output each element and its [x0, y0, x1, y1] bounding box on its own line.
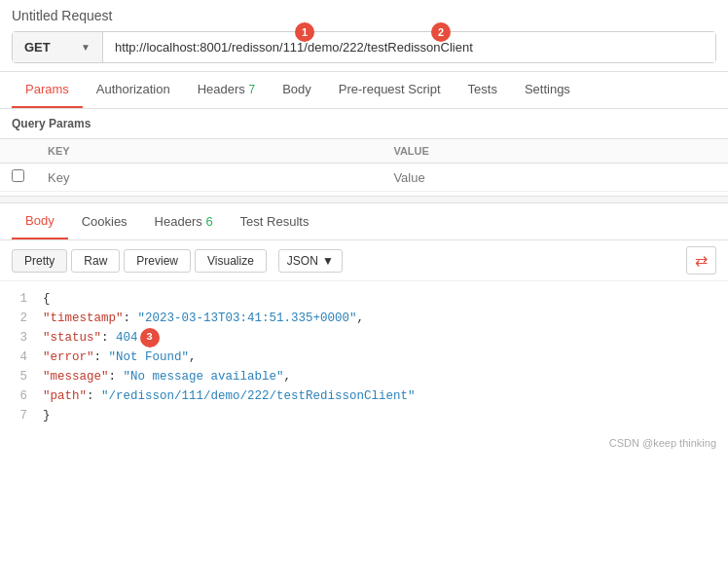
format-raw-btn[interactable]: Raw — [71, 249, 120, 273]
line-content-6: "path": "/redisson/111/demo/222/testRedi… — [43, 386, 716, 406]
format-visualize-btn[interactable]: Visualize — [195, 249, 267, 273]
val-5: "No message available" — [124, 370, 284, 384]
response-section: Body Cookies Headers 6 Test Results Pret… — [0, 203, 728, 453]
method-selector[interactable]: GET POST PUT DELETE ▼ — [13, 32, 103, 62]
value-cell[interactable] — [382, 164, 728, 192]
row-checkbox[interactable] — [12, 169, 24, 182]
line-num-1: 1 — [12, 289, 27, 309]
line-content-2: "timestamp": "2023-03-13T03:41:51.335+00… — [43, 309, 716, 328]
badge-1: 1 — [295, 22, 314, 42]
format-tabs: Pretty Raw Preview Visualize JSON ▼ ⇄ — [0, 240, 728, 281]
code-line-4: 4 "error": "Not Found", — [12, 348, 716, 367]
request-tabs: Params Authorization Headers 7 Body Pre-… — [0, 72, 728, 109]
key-3: "status" — [43, 331, 101, 345]
params-table: KEY VALUE — [0, 139, 728, 192]
chevron-down-icon: ▼ — [81, 42, 91, 53]
response-tab-test-results[interactable]: Test Results — [227, 204, 323, 238]
response-tab-headers[interactable]: Headers 6 — [141, 204, 227, 238]
line-content-4: "error": "Not Found", — [43, 348, 716, 367]
line-num-5: 5 — [12, 367, 27, 386]
code-block: 1 { 2 "timestamp": "2023-03-13T03:41:51.… — [0, 281, 728, 433]
page-title: Untitled Request — [12, 8, 716, 23]
format-select-wrap[interactable]: JSON ▼ — [278, 249, 343, 273]
key-cell[interactable] — [36, 164, 382, 192]
line-num-2: 2 — [12, 309, 27, 328]
tab-prerequest[interactable]: Pre-request Script — [325, 72, 455, 108]
method-dropdown[interactable]: GET POST PUT DELETE — [24, 40, 75, 55]
line-num-4: 4 — [12, 348, 27, 367]
response-tab-body[interactable]: Body — [12, 203, 68, 239]
value-input[interactable] — [393, 170, 716, 185]
top-bar: Untitled Request GET POST PUT DELETE ▼ 1… — [0, 0, 728, 192]
tab-headers[interactable]: Headers 7 — [184, 72, 269, 108]
format-preview-btn[interactable]: Preview — [124, 249, 191, 273]
format-select-value: JSON — [287, 254, 318, 268]
code-line-6: 6 "path": "/redisson/111/demo/222/testRe… — [12, 386, 716, 406]
code-line-2: 2 "timestamp": "2023-03-13T03:41:51.335+… — [12, 309, 716, 328]
code-line-1: 1 { — [12, 289, 716, 309]
line-content-7: } — [43, 406, 716, 425]
section-divider — [0, 196, 728, 203]
response-tab-cookies[interactable]: Cookies — [68, 204, 141, 238]
watermark: CSDN @keep thinking — [0, 433, 728, 453]
tab-tests[interactable]: Tests — [455, 72, 511, 108]
key-2: "timestamp" — [43, 312, 124, 325]
table-row — [0, 164, 728, 192]
code-line-3: 3 "status": 4043 — [12, 328, 716, 348]
line-num-6: 6 — [12, 386, 27, 406]
row-checkbox-cell[interactable] — [0, 164, 36, 192]
badge-3: 3 — [140, 328, 160, 348]
url-input[interactable] — [103, 32, 715, 62]
response-tabs: Body Cookies Headers 6 Test Results — [0, 203, 728, 240]
tab-settings[interactable]: Settings — [511, 72, 584, 108]
val-2: "2023-03-13T03:41:51.335+0000" — [138, 312, 357, 325]
tab-body[interactable]: Body — [269, 72, 325, 108]
key-col-header: KEY — [36, 139, 382, 164]
value-col-header: VALUE — [382, 139, 728, 164]
format-select-chevron: ▼ — [322, 254, 334, 268]
val-4: "Not Found" — [109, 350, 190, 364]
line-num-3: 3 — [12, 328, 27, 348]
key-4: "error" — [43, 350, 94, 364]
url-bar: GET POST PUT DELETE ▼ 1 2 — [12, 31, 716, 63]
line-content-3: "status": 4043 — [43, 328, 716, 348]
query-params-label: Query Params — [0, 109, 728, 139]
val-3: 404 — [116, 331, 138, 345]
line-content-1: { — [43, 289, 716, 309]
badge-2: 2 — [431, 22, 451, 42]
tab-params[interactable]: Params — [12, 72, 83, 108]
key-5: "message" — [43, 370, 109, 384]
key-6: "path" — [43, 389, 87, 403]
wrap-btn[interactable]: ⇄ — [686, 246, 716, 275]
tab-authorization[interactable]: Authorization — [83, 72, 184, 108]
line-content-5: "message": "No message available", — [43, 367, 716, 386]
val-6: "/redisson/111/demo/222/testRedissonClie… — [101, 389, 416, 403]
code-line-7: 7 } — [12, 406, 716, 425]
line-num-7: 7 — [12, 406, 27, 425]
checkbox-col-header — [0, 139, 36, 164]
code-line-5: 5 "message": "No message available", — [12, 367, 716, 386]
format-pretty-btn[interactable]: Pretty — [12, 249, 67, 273]
key-input[interactable] — [48, 170, 370, 185]
